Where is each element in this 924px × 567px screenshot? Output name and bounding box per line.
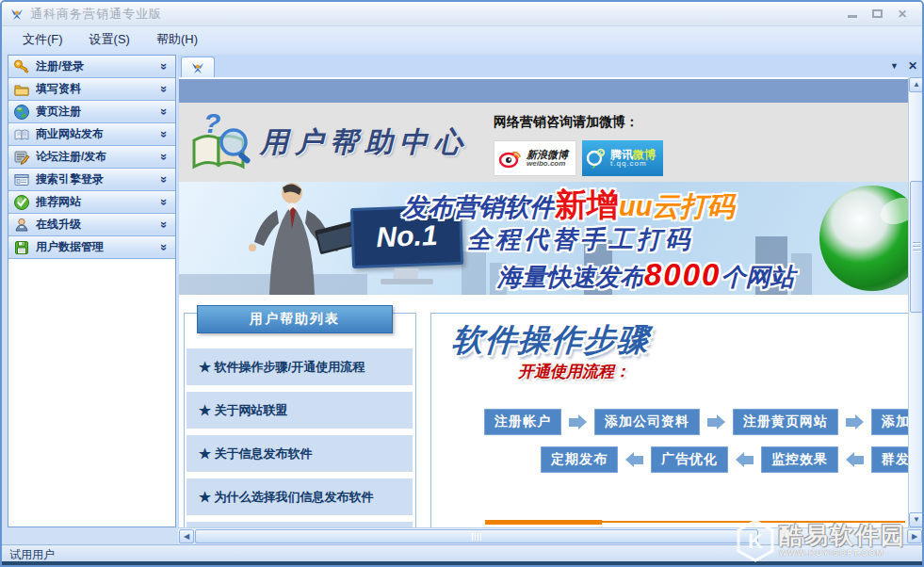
maximize-button[interactable]: [872, 9, 883, 18]
flow-step-scheduled-publish[interactable]: 定期发布: [541, 446, 618, 473]
steps-title: 软件操作步骤: [450, 319, 651, 362]
sina-weibo-domain: weibo.com: [527, 160, 568, 168]
sidebar-item-label: 填写资料: [36, 81, 157, 97]
flow-step-register-yellowpages[interactable]: 注册黄页网站: [733, 409, 838, 435]
chevron-down-icon: »: [157, 196, 171, 209]
tencent-weibo-domain: t.qq.com: [610, 160, 656, 168]
scroll-left-icon[interactable]: ◀: [179, 529, 194, 543]
tab-page-icon: [190, 60, 205, 75]
flow-row-1: 注册帐户 添加公司资料 注册黄页网站 添加产品: [484, 409, 908, 435]
horizontal-scrollbar[interactable]: ◀ ▶: [178, 527, 923, 544]
vertical-scrollbar-thumb[interactable]: [910, 181, 923, 313]
sidebar-item-label: 搜索引擎登录: [36, 171, 157, 187]
sidebar-item-label: 注册/登录: [36, 58, 157, 74]
chevron-down-icon: »: [157, 173, 171, 186]
search-engine-icon: [13, 171, 30, 188]
tab-list-dropdown-icon[interactable]: ▼: [890, 61, 899, 71]
content-area: ▼ ✕ ? 用户帮助中心 网络营销咨询请加微博：: [178, 55, 923, 544]
minimize-button[interactable]: [848, 15, 857, 18]
sidebar-item-fill-profile[interactable]: 填写资料 »: [8, 78, 175, 101]
title-bar: 通科商务营销通专业版 ✕: [2, 2, 922, 26]
menu-bar: 文件(F) 设置(S) 帮助(H): [2, 26, 922, 53]
help-list-header: 用户帮助列表: [197, 305, 393, 333]
header-band: [179, 79, 908, 103]
building-shape: [462, 251, 486, 295]
tencent-weibo-icon: Q: [585, 147, 608, 170]
sidebar-item-online-upgrade[interactable]: 在线升级 »: [8, 214, 175, 236]
globe-image: [819, 186, 908, 291]
help-list-item[interactable]: ★ 软件操作步骤/开通使用流程: [186, 348, 413, 385]
upgrade-icon: [13, 217, 30, 234]
orange-divider-line: [602, 521, 905, 523]
sidebar-item-business-site-publish[interactable]: 商业网站发布 »: [8, 123, 175, 146]
chevron-down-icon: »: [157, 219, 171, 232]
promo-banner: No.1 发布营销软件新增uu云打码 全程代替手工打码 海量快速发布8000个网…: [179, 182, 908, 295]
globe-icon: [13, 104, 30, 121]
window-bottom-edge: [2, 561, 922, 565]
flow-step-add-product[interactable]: 添加产品: [871, 409, 908, 435]
sidebar-item-label: 商业网站发布: [36, 126, 157, 142]
flow-row-2: 定期发布 广告优化 监控效果 群发商机: [541, 446, 908, 473]
arrow-left-icon: [625, 452, 643, 467]
svg-text:?: ?: [203, 108, 220, 138]
check-icon: [13, 194, 30, 211]
window-title: 通科商务营销通专业版: [30, 6, 162, 23]
scroll-right-icon[interactable]: ▶: [907, 529, 922, 543]
sidebar-item-register-login[interactable]: 注册/登录 »: [8, 56, 175, 78]
flow-step-ad-optimize[interactable]: 广告优化: [651, 446, 728, 473]
chevron-down-icon: »: [157, 105, 171, 119]
banner-line3: 海量快速发布8000个网站: [497, 257, 794, 294]
sidebar-item-recommend-sites[interactable]: 推荐网站 »: [8, 191, 175, 214]
help-book-icon: ?: [186, 108, 258, 178]
scroll-down-icon[interactable]: ▼: [909, 512, 924, 527]
banner-line1-blue: 发布营销软件: [402, 193, 555, 221]
sina-weibo-name: 新浪微博: [527, 150, 568, 160]
banner-line3-blue2: 个网站: [721, 263, 794, 291]
menu-help[interactable]: 帮助(H): [145, 28, 209, 51]
sidebar-item-search-engine-login[interactable]: 搜索引擎登录 »: [8, 169, 175, 191]
sidebar-item-label: 推荐网站: [36, 194, 157, 210]
flow-step-add-company-info[interactable]: 添加公司资料: [594, 409, 700, 435]
banner-line1-orange: uu云打码: [619, 191, 734, 221]
menu-file[interactable]: 文件(F): [11, 28, 74, 51]
arrow-left-icon: [736, 452, 754, 467]
tab-close-icon[interactable]: ✕: [908, 59, 917, 73]
banner-line3-red: 8000: [644, 257, 721, 292]
sidebar-item-yellowpage-register[interactable]: 黄页注册 »: [8, 101, 175, 123]
svg-text:Q: Q: [599, 150, 604, 155]
steps-panel: 软件操作步骤 开通使用流程： 注册帐户 添加公司资料 注册黄页网站 添加产品 定…: [430, 313, 908, 527]
help-list-item[interactable]: ★ 为什么选择我们信息发布软件: [186, 478, 413, 515]
banner-line1: 发布营销软件新增uu云打码: [402, 184, 734, 227]
help-center-title: 用户帮助中心: [260, 123, 469, 162]
app-window: 通科商务营销通专业版 ✕ 文件(F) 设置(S) 帮助(H) 注册/登录 » 填…: [0, 0, 924, 567]
businessman-image: [222, 182, 364, 295]
tab-help-page[interactable]: [181, 57, 215, 77]
help-center-header: ? 用户帮助中心 网络营销咨询请加微博： 新浪微博: [179, 103, 908, 182]
tencent-weibo-logo[interactable]: Q 腾讯微博 t.qq.com: [582, 140, 663, 176]
close-button[interactable]: ✕: [898, 8, 907, 20]
horizontal-scrollbar-thumb[interactable]: [195, 529, 758, 543]
orange-divider: [485, 520, 602, 525]
vertical-scrollbar[interactable]: ▲ ▼: [908, 77, 923, 527]
embedded-help-page: ? 用户帮助中心 网络营销咨询请加微博： 新浪微博: [179, 77, 908, 527]
help-list-item[interactable]: ★ 关于网站联盟: [186, 392, 413, 429]
menu-settings[interactable]: 设置(S): [78, 28, 141, 51]
banner-line1-red: 新增: [555, 186, 619, 222]
sidebar-item-user-data-manage[interactable]: 用户数据管理 »: [8, 236, 175, 259]
arrow-right-icon: [846, 414, 864, 429]
weibo-note: 网络营销咨询请加微博：: [494, 114, 639, 131]
chevron-down-icon: »: [157, 60, 171, 73]
flow-step-monitor-results[interactable]: 监控效果: [761, 446, 838, 473]
flow-step-register-account[interactable]: 注册帐户: [484, 409, 561, 435]
help-list-item[interactable]: ★ 关于信息发布软件: [186, 435, 413, 472]
chevron-down-icon: »: [157, 128, 171, 141]
flow-step-mass-send-leads[interactable]: 群发商机: [871, 446, 908, 473]
screen-base: [381, 279, 433, 284]
banner-line3-blue: 海量快速发布: [497, 263, 644, 291]
sina-weibo-logo[interactable]: 新浪微博 weibo.com: [494, 140, 576, 176]
sidebar-item-forum-register-publish[interactable]: 论坛注册/发布 »: [8, 146, 175, 169]
key-icon: [13, 58, 30, 75]
scroll-up-icon[interactable]: ▲: [909, 77, 924, 92]
chevron-down-icon: »: [157, 83, 171, 96]
arrow-right-icon: [707, 414, 725, 429]
